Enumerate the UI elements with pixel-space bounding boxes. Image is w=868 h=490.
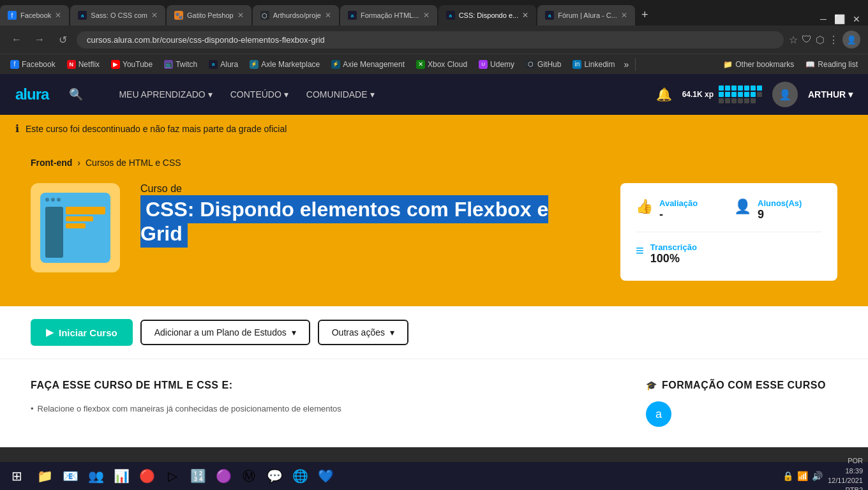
iniciar-label: Iniciar Curso [59,327,117,338]
stat-transcricao: ≡ Transcrição 100% [636,242,822,265]
bookmark-xbox[interactable]: ✕ Xbox Cloud [411,58,472,71]
bookmark-axie-management[interactable]: ⚡ Axie Menagement [326,58,410,71]
tab-close-facebook[interactable]: ✕ [55,11,61,20]
adicionar-plano-button[interactable]: Adicionar a um Plano de Estudos ▾ [140,320,310,345]
tab-close-css[interactable]: ✕ [522,11,528,20]
user-profile-icon[interactable]: 👤 [842,31,860,48]
bookmark-github[interactable]: ⬡ GitHub [521,58,566,71]
bookmark-twitch[interactable]: 📺 Twitch [159,58,202,71]
bookmark-favicon-facebook: f [10,60,19,69]
taskbar-time[interactable]: POR 18:39 12/11/2021 PTB2 [828,456,863,490]
play-icon: ▶ [46,327,54,338]
nav-chevron-comunidade: ▾ [370,89,375,100]
reload-button[interactable]: ↺ [54,31,71,48]
taskbar-purple-app[interactable]: 🟣 [212,464,235,487]
tab-label-facebook: Facebook [20,11,51,19]
bookmark-label-linkedin: Linkedim [584,60,615,69]
bookmark-axie-marketplace[interactable]: ⚡ Axle Marketplace [244,58,325,71]
user-avatar[interactable]: 👤 [772,82,798,107]
nav-menu-item-conteudo[interactable]: CONTEÚDO ▾ [230,89,288,100]
maximize-button[interactable]: ⬜ [832,13,848,26]
stats-grid: 👍 Avaliação - 👤 Alunos(As) 9 [636,198,822,265]
taskbar-m-app[interactable]: Ⓜ [237,464,260,487]
tab-close-gatito[interactable]: ✕ [237,11,244,20]
xp-cell [731,98,737,103]
tab-close-sass[interactable]: ✕ [151,11,158,20]
tab-gatito[interactable]: 🐾 Gatito Petshop ✕ [167,5,251,26]
tab-arthur[interactable]: ⬡ Arthurdso/proje ✕ [253,5,339,26]
bookmark-facebook[interactable]: f Facebook [5,58,61,71]
taskbar-quickbooks[interactable]: 📊 [110,464,133,487]
tab-sass[interactable]: a Sass: O CSS com ✕ [70,5,165,26]
xp-cell [719,98,724,103]
bookmark-other[interactable]: 📁 Other bookmarks [718,58,799,71]
bookmark-label-youtube: YouTube [123,60,153,69]
bookmark-label-github: GitHub [537,60,561,69]
nav-menu-item-aprendizado[interactable]: MEU APRENDIZADO ▾ [119,89,212,100]
bookmark-udemy[interactable]: U Udemy [474,58,520,71]
taskbar-chrome[interactable]: 🌐 [288,464,311,487]
bookmark-favicon-udemy: U [479,60,488,69]
bookmark-star-icon[interactable]: ☆ [789,34,798,46]
taskbar-whatsapp[interactable]: 💬 [263,464,286,487]
xp-cell [731,92,737,97]
taskbar-locale: POR [828,456,863,466]
tab-formacao[interactable]: a Formação HTML... ✕ [340,5,437,26]
extension-icon[interactable]: ⬡ [816,34,825,46]
bookmark-reading-list[interactable]: 📖 Reading list [800,58,863,71]
breadcrumb-frontend[interactable]: Front-end [31,158,72,168]
transcript-icon: ≡ [636,242,644,259]
taskbar-explorer[interactable]: 📁 [33,464,56,487]
start-button[interactable]: ⊞ [5,464,28,487]
xp-cell [725,92,730,97]
icon-block [66,216,93,221]
bookmark-linkedin[interactable]: in Linkedim [567,58,620,71]
clock-date: 12/11/2021 [828,476,863,486]
nav-menu-label-conteudo: CONTEÚDO [230,89,281,100]
tab-css-dispondo[interactable]: a CSS: Dispondo e... ✕ [438,5,537,26]
bookmark-label-netflix: Netflix [79,60,100,69]
back-button[interactable]: ← [8,31,26,48]
xp-badge: 64.1K xp [682,85,762,103]
bookmark-alura[interactable]: a Alura [204,58,243,71]
menu-dots-icon[interactable]: ⋮ [828,34,839,46]
close-window-button[interactable]: ✕ [850,13,863,26]
user-name[interactable]: ARTHUR ▾ [808,89,853,100]
course-stats-card: 👍 Avaliação - 👤 Alunos(As) 9 [620,183,837,281]
tab-favicon-css: a [446,11,455,20]
tab-facebook[interactable]: f Facebook ✕ [0,5,69,26]
alura-logo[interactable]: alura [15,85,49,103]
taskbar-arrow[interactable]: ▷ [161,464,184,487]
tab-close-arthur[interactable]: ✕ [325,11,331,20]
bookmark-netflix[interactable]: N Netflix [62,58,105,71]
xp-cell [751,85,756,91]
nav-chevron-aprendizado: ▾ [208,89,213,100]
outras-acoes-button[interactable]: Outras ações ▾ [318,320,408,345]
new-tab-button[interactable]: + [636,8,654,22]
tab-close-forum[interactable]: ✕ [621,11,627,20]
xp-value: 64.1K xp [682,90,714,99]
action-bar: ▶ Iniciar Curso Adicionar a um Plano de … [0,306,868,359]
nav-menu-item-comunidade[interactable]: COMUNIDADE ▾ [306,89,375,100]
forward-button[interactable]: → [31,31,49,48]
minimize-button[interactable]: ─ [818,13,829,26]
bookmark-label-udemy: Udemy [490,60,514,69]
taskbar-opera[interactable]: 🔴 [135,464,158,487]
taskbar-vscode[interactable]: 💙 [314,464,337,487]
notification-bell-icon[interactable]: 🔔 [656,87,672,102]
xp-cell [744,92,749,97]
taskbar-calculator[interactable]: 🔢 [186,464,209,487]
stat-avaliacao: 👍 Avaliação - [636,198,724,221]
taskbar-teams[interactable]: 👥 [84,464,107,487]
url-input[interactable]: cursos.alura.com.br/course/css-dispondo-… [77,31,784,48]
iniciar-curso-button[interactable]: ▶ Iniciar Curso [31,319,133,346]
bookmark-youtube[interactable]: ▶ YouTube [106,58,158,71]
tab-favicon-facebook: f [8,11,17,20]
bookmarks-more-arrow[interactable]: » [621,59,631,70]
taskbar-outlook[interactable]: 📧 [59,464,82,487]
tab-close-formacao[interactable]: ✕ [423,11,430,20]
tab-forum[interactable]: a Fórum | Alura - C... ✕ [537,5,635,26]
nav-search-icon[interactable]: 🔍 [69,87,83,101]
outras-acoes-label: Outras ações [332,327,385,338]
bookmark-label-axie-marketplace: Axle Marketplace [261,60,320,69]
